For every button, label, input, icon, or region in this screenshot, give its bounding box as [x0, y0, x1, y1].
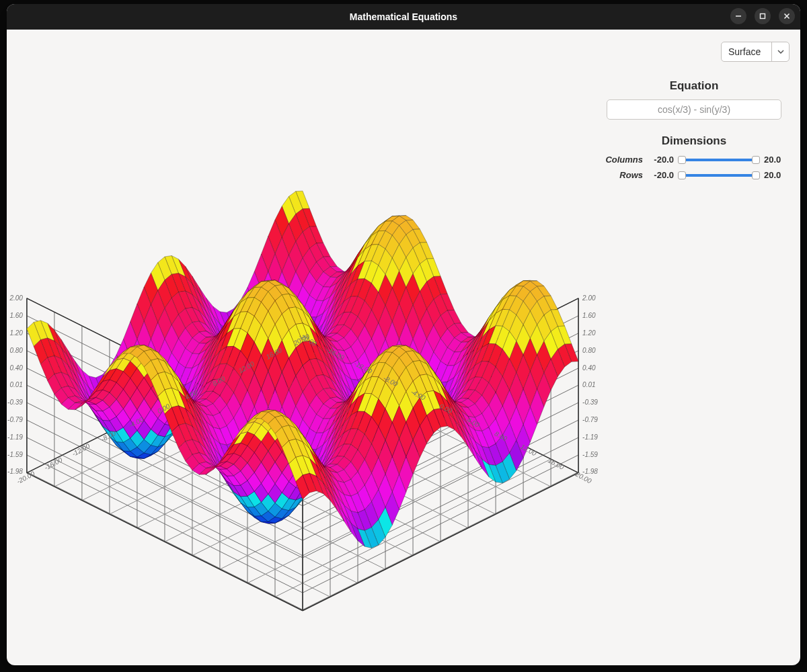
rows-thumb-hi[interactable]	[752, 171, 760, 179]
rows-thumb-lo[interactable]	[678, 171, 686, 179]
chevron-down-icon	[771, 42, 789, 61]
rows-min: -20.0	[647, 170, 674, 180]
plot-type-dropdown[interactable]: Surface	[721, 42, 790, 62]
svg-rect-1	[761, 14, 765, 19]
columns-thumb-lo[interactable]	[678, 156, 686, 164]
app-window: Mathematical Equations Surface	[7, 4, 800, 665]
rows-max: 20.0	[764, 170, 790, 180]
columns-min: -20.0	[647, 155, 674, 165]
titlebar: Mathematical Equations	[7, 4, 800, 30]
rows-range-slider[interactable]	[678, 171, 760, 179]
dimensions-heading: Dimensions	[599, 134, 790, 148]
rows-label: Rows	[599, 170, 643, 180]
columns-track	[682, 159, 756, 161]
minimize-button[interactable]	[730, 8, 746, 24]
window-title: Mathematical Equations	[350, 11, 457, 22]
surface-plot[interactable]	[7, 30, 599, 665]
columns-label: Columns	[599, 155, 643, 165]
rows-track	[682, 174, 756, 177]
equation-input[interactable]	[607, 99, 781, 120]
maximize-icon	[759, 13, 766, 19]
columns-range-slider[interactable]	[678, 156, 760, 164]
side-panel: Surface Equation Dimensions Columns -20.…	[599, 30, 800, 665]
dimensions-grid: Columns -20.0 20.0 Rows -20.0 20.0	[599, 155, 790, 180]
plot-type-value: Surface	[722, 42, 771, 61]
minimize-icon	[735, 13, 742, 19]
columns-max: 20.0	[764, 155, 790, 165]
content-area: Surface Equation Dimensions Columns -20.…	[7, 30, 800, 665]
plot-viewport[interactable]	[7, 30, 599, 665]
close-icon	[783, 13, 790, 19]
window-controls	[730, 8, 795, 24]
columns-thumb-hi[interactable]	[752, 156, 760, 164]
close-button[interactable]	[779, 8, 795, 24]
equation-heading: Equation	[599, 79, 790, 93]
maximize-button[interactable]	[755, 8, 771, 24]
